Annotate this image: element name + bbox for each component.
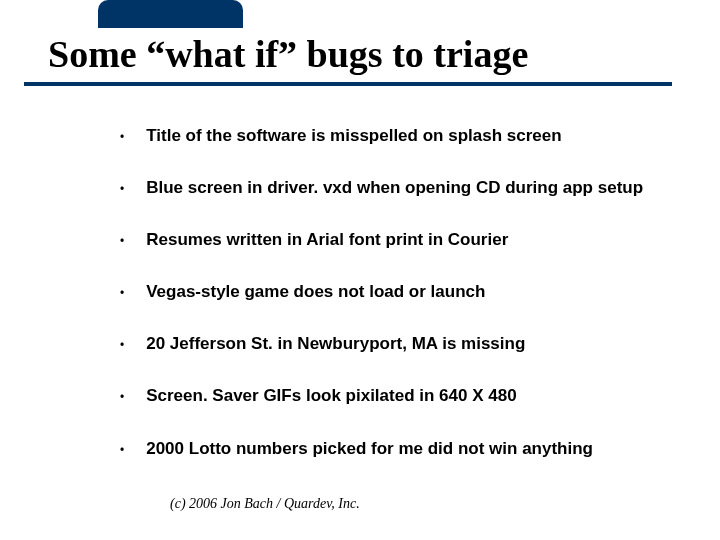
list-item: • Title of the software is misspelled on… bbox=[120, 125, 680, 147]
slide-body: • Title of the software is misspelled on… bbox=[120, 125, 680, 490]
bullet-icon: • bbox=[120, 440, 124, 460]
list-item: • 2000 Lotto numbers picked for me did n… bbox=[120, 438, 680, 460]
bullet-icon: • bbox=[120, 387, 124, 407]
title-block: Some “what if” bugs to triage bbox=[8, 16, 712, 84]
list-item: • Blue screen in driver. vxd when openin… bbox=[120, 177, 680, 199]
bullet-icon: • bbox=[120, 283, 124, 303]
bullet-icon: • bbox=[120, 127, 124, 147]
list-item: • 20 Jefferson St. in Newburyport, MA is… bbox=[120, 333, 680, 355]
bullet-text: 20 Jefferson St. in Newburyport, MA is m… bbox=[146, 333, 525, 355]
bullet-text: Vegas-style game does not load or launch bbox=[146, 281, 485, 303]
slide-footer: (c) 2006 Jon Bach / Quardev, Inc. bbox=[170, 496, 360, 512]
list-item: • Vegas-style game does not load or laun… bbox=[120, 281, 680, 303]
slide-title: Some “what if” bugs to triage bbox=[8, 16, 712, 84]
title-underline bbox=[24, 82, 672, 86]
bullet-text: 2000 Lotto numbers picked for me did not… bbox=[146, 438, 593, 460]
bullet-text: Screen. Saver GIFs look pixilated in 640… bbox=[146, 385, 516, 407]
slide: Some “what if” bugs to triage • Title of… bbox=[0, 0, 720, 540]
list-item: • Screen. Saver GIFs look pixilated in 6… bbox=[120, 385, 680, 407]
bullet-icon: • bbox=[120, 335, 124, 355]
bullet-icon: • bbox=[120, 179, 124, 199]
bullet-icon: • bbox=[120, 231, 124, 251]
list-item: • Resumes written in Arial font print in… bbox=[120, 229, 680, 251]
bullet-text: Title of the software is misspelled on s… bbox=[146, 125, 561, 147]
bullet-text: Resumes written in Arial font print in C… bbox=[146, 229, 508, 251]
bullet-text: Blue screen in driver. vxd when opening … bbox=[146, 177, 643, 199]
